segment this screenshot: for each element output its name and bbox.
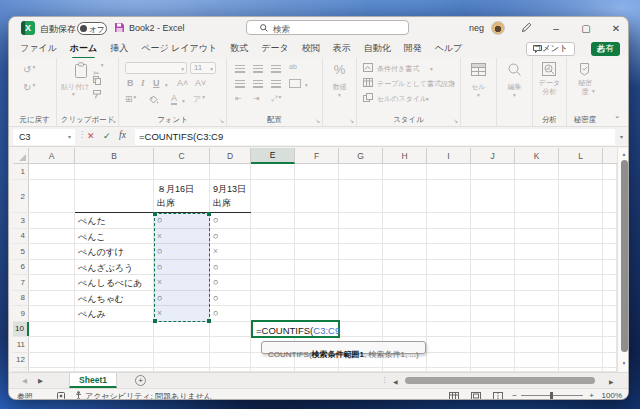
cell-b3[interactable]: ぺんた — [78, 215, 106, 228]
formula-bar-splitter[interactable]: ⋮ — [78, 130, 86, 139]
tab-insert[interactable]: 挿入 — [109, 42, 129, 55]
cell-d3[interactable]: ○ — [213, 215, 218, 225]
col-header-j[interactable]: J — [471, 148, 515, 164]
selection-handle[interactable] — [207, 319, 211, 323]
edit-cell-e10[interactable]: =COUNTIFS(C3:C9 — [251, 320, 340, 338]
font-color-button[interactable]: A — [171, 94, 177, 105]
col-header-c[interactable]: C — [154, 148, 210, 164]
vertical-scrollbar[interactable]: ▲ ▼ — [617, 148, 629, 372]
merge-center-button[interactable] — [289, 79, 301, 88]
search-box[interactable]: 検索 — [246, 20, 409, 35]
styles-dialog-launcher[interactable]: ↘ — [453, 117, 458, 124]
underline-button[interactable]: U — [153, 78, 160, 88]
bold-button[interactable]: B — [127, 78, 134, 88]
cell-b4[interactable]: ぺんこ — [78, 231, 106, 244]
row-header[interactable]: 9 — [13, 306, 29, 321]
cell-d2-line1[interactable]: 9月13日 — [213, 183, 246, 196]
horizontal-scroll-thumb[interactable] — [405, 377, 595, 384]
align-center-button[interactable] — [253, 80, 263, 88]
percent-style-button[interactable]: % — [323, 62, 356, 77]
row-header[interactable]: 8 — [13, 291, 29, 306]
tab-view[interactable]: 表示 — [332, 42, 352, 55]
cell-b7[interactable]: ぺんしるべにあ — [78, 277, 142, 290]
comments-button[interactable]: コメント — [526, 42, 575, 56]
tab-file[interactable]: ファイル — [19, 42, 58, 55]
tab-developer[interactable]: 開発 — [403, 42, 423, 55]
col-header-h[interactable]: H — [383, 148, 427, 164]
accessibility-status[interactable]: アクセシビリティ: 問題ありません — [85, 391, 212, 400]
row-header[interactable] — [13, 368, 29, 371]
cell-b5[interactable]: ぺんのすけ — [78, 246, 124, 259]
cell-d6[interactable]: ○ — [213, 262, 218, 272]
cell-d7[interactable]: ○ — [213, 277, 218, 287]
borders-button[interactable]: ⊞▾ — [125, 94, 133, 104]
row-header[interactable]: 2 — [13, 180, 29, 212]
enter-icon[interactable]: ✓ — [103, 131, 111, 141]
tab-help[interactable]: ヘルプ — [434, 42, 464, 55]
align-bottom-button[interactable] — [271, 65, 281, 73]
cell-d4[interactable]: ○ — [213, 231, 218, 241]
tab-review[interactable]: 校閲 — [301, 42, 321, 55]
tab-data[interactable]: データ — [260, 42, 289, 55]
selection-handle[interactable] — [153, 212, 157, 216]
selection-handle[interactable] — [207, 212, 211, 216]
zoom-in-icon[interactable]: + — [589, 391, 594, 400]
col-header-a[interactable]: A — [29, 148, 75, 164]
row-header[interactable]: 1 — [13, 164, 29, 179]
row-header[interactable]: 7 — [13, 275, 29, 290]
select-all-corner[interactable] — [13, 148, 29, 164]
formula-bar-expand-icon[interactable]: ▾ — [620, 133, 623, 140]
hscroll-right-icon[interactable]: ▶ — [609, 378, 614, 385]
row-header[interactable]: 5 — [13, 244, 29, 259]
sheet-row[interactable]: 2 — [13, 180, 617, 213]
orientation-button[interactable]: ⤢▾ — [271, 94, 277, 104]
cancel-icon[interactable]: ✕ — [87, 131, 95, 141]
col-header-f[interactable]: F — [295, 148, 339, 164]
col-header-b[interactable]: B — [75, 148, 154, 164]
name-box-dropdown-icon[interactable]: ▾ — [68, 129, 71, 145]
cell-d2-line2[interactable]: 出席 — [213, 197, 231, 210]
sheet-row[interactable]: 1 — [13, 164, 617, 180]
wrap-text-button[interactable]: ab — [289, 63, 297, 70]
scroll-up-icon[interactable]: ▲ — [618, 151, 629, 157]
alignment-dialog-launcher[interactable]: ↘ — [315, 117, 320, 124]
align-top-button[interactable] — [235, 65, 245, 73]
align-left-button[interactable] — [235, 80, 245, 88]
italic-button[interactable]: I — [141, 78, 145, 88]
hscroll-splitter[interactable]: ⋮ — [381, 376, 388, 384]
vertical-scroll-thumb[interactable] — [621, 160, 628, 352]
phonetic-button[interactable]: ア▾ — [193, 94, 201, 105]
zoom-level[interactable]: 100% — [602, 391, 622, 400]
row-header[interactable]: 12 — [13, 353, 29, 368]
name-box[interactable]: C3▾ — [13, 129, 75, 145]
share-button[interactable]: 共有 ▾ — [591, 42, 620, 56]
row-header[interactable]: 4 — [13, 229, 29, 244]
tab-home[interactable]: ホーム — [69, 42, 98, 55]
align-middle-button[interactable] — [253, 65, 263, 73]
hscroll-left-icon[interactable]: ◀ — [393, 378, 398, 385]
cell-d5[interactable]: × — [213, 246, 218, 256]
maximize-button[interactable]: ▢ — [574, 17, 598, 39]
tab-automate[interactable]: 自動化 — [363, 42, 392, 55]
col-header-e[interactable]: E — [251, 148, 295, 164]
sheet-grid[interactable]: A B C D E F G H I J K L 1 2 3 4 5 6 7 8 … — [13, 148, 617, 372]
cell-b9[interactable]: ぺんみ — [78, 308, 106, 321]
tab-page-layout[interactable]: ページ レイアウト — [140, 42, 218, 55]
cell-b6[interactable]: ぺんざぶろう — [78, 262, 133, 275]
col-header-k[interactable]: K — [515, 148, 559, 164]
row-header-active[interactable]: 10 — [13, 322, 29, 337]
cell-d8[interactable]: ○ — [213, 293, 218, 303]
cell-d9[interactable]: ○ — [213, 308, 218, 318]
number-dialog-launcher[interactable]: ↘ — [349, 117, 354, 124]
decrease-font-button[interactable]: A˅ — [195, 78, 206, 88]
next-sheet-icon[interactable]: ▶ — [38, 377, 43, 385]
undo-button[interactable]: ↺▾ — [23, 64, 31, 75]
prev-sheet-icon[interactable]: ◀ — [22, 377, 27, 385]
cell-c2-line2[interactable]: 出席 — [157, 197, 175, 210]
align-right-button[interactable] — [271, 80, 281, 88]
clipboard-dialog-launcher[interactable]: ↘ — [111, 117, 116, 124]
close-button[interactable]: ✕ — [604, 17, 628, 39]
font-dialog-launcher[interactable]: ↘ — [219, 117, 224, 124]
row-header[interactable]: 3 — [13, 213, 29, 228]
decrease-indent-button[interactable]: ⇤ — [235, 94, 242, 103]
